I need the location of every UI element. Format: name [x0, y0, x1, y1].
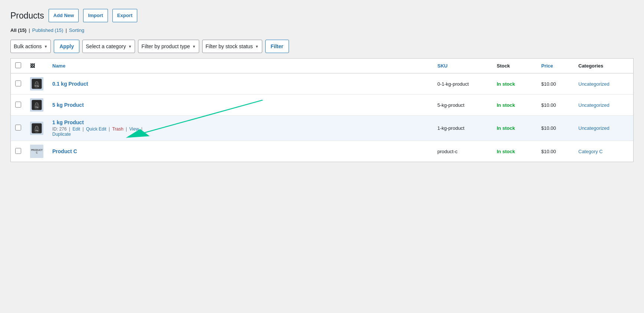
- in-stock-badge: In stock: [497, 125, 515, 131]
- product-stock: In stock: [492, 95, 537, 116]
- product-category: Uncategorized: [574, 73, 633, 95]
- table-row: 1 kg 1 kg Product ID: 276 | Edit | Quick…: [11, 116, 633, 141]
- products-table: 🖼 Name SKU Stock Price Categories: [11, 59, 633, 162]
- table-row: 0.1 kg 0.1 kg Product0-1-kg-productIn st…: [11, 73, 633, 95]
- row-checkbox[interactable]: [15, 80, 21, 86]
- product-category: Uncategorized: [574, 95, 633, 116]
- product-stock: In stock: [492, 116, 537, 141]
- select-all-checkbox[interactable]: [15, 62, 21, 68]
- all-filter-label[interactable]: All (15): [10, 27, 26, 33]
- chevron-down-icon: ▼: [44, 45, 47, 49]
- product-thumbnail: PRODUCT C: [30, 145, 43, 158]
- chevron-down-icon: ▼: [192, 45, 196, 49]
- product-price: $10.00: [537, 73, 574, 95]
- product-stock: In stock: [492, 141, 537, 162]
- row-actions: ID: 276 | Edit | Quick Edit | Trash | Vi…: [52, 126, 428, 137]
- col-header-price[interactable]: Price: [537, 59, 574, 73]
- product-thumbnail: 5 kg: [30, 98, 43, 112]
- published-filter-link[interactable]: Published (15): [32, 27, 63, 33]
- view-link[interactable]: View: [129, 126, 139, 132]
- product-category: Category C: [574, 141, 633, 162]
- add-new-button[interactable]: Add New: [49, 9, 79, 22]
- chevron-down-icon: ▼: [128, 45, 132, 49]
- filter-button[interactable]: Filter: [265, 40, 289, 53]
- row-checkbox[interactable]: [15, 102, 21, 108]
- toolbar: Bulk actions ▼ Apply Select a category ▼…: [10, 37, 634, 56]
- in-stock-badge: In stock: [497, 81, 515, 87]
- stock-status-select[interactable]: Filter by stock status ▼: [202, 40, 262, 53]
- product-thumbnail: 1 kg: [30, 122, 43, 135]
- export-button[interactable]: Export: [112, 9, 137, 22]
- product-price: $10.00: [537, 95, 574, 116]
- col-header-sku[interactable]: SKU: [433, 59, 492, 73]
- category-link[interactable]: Category C: [578, 149, 603, 154]
- col-header-categories: Categories: [574, 59, 633, 73]
- svg-text:0.1 kg: 0.1 kg: [35, 85, 39, 87]
- apply-button[interactable]: Apply: [54, 40, 79, 53]
- product-price: $10.00: [537, 116, 574, 141]
- row-checkbox[interactable]: [15, 125, 21, 131]
- row-checkbox[interactable]: [15, 148, 21, 154]
- sorting-filter-link[interactable]: Sorting: [69, 27, 84, 33]
- table-row: 5 kg 5 kg Product5-kg-productIn stock$10…: [11, 95, 633, 116]
- category-link[interactable]: Uncategorized: [578, 125, 610, 131]
- product-name-link[interactable]: Product C: [52, 148, 77, 154]
- product-type-select[interactable]: Filter by product type ▼: [138, 40, 199, 53]
- edit-link[interactable]: Edit: [73, 126, 80, 132]
- page-title: Products: [10, 11, 44, 21]
- svg-text:1 kg: 1 kg: [35, 129, 38, 131]
- category-link[interactable]: Uncategorized: [578, 102, 610, 108]
- category-link[interactable]: Uncategorized: [578, 81, 610, 87]
- product-sku: product-c: [433, 141, 492, 162]
- product-id-label: ID: 276: [52, 126, 67, 132]
- product-sku: 5-kg-product: [433, 95, 492, 116]
- product-price: $10.00: [537, 141, 574, 162]
- in-stock-badge: In stock: [497, 149, 515, 154]
- col-header-name[interactable]: Name: [48, 59, 433, 73]
- product-sku: 0-1-kg-product: [433, 73, 492, 95]
- product-name-link[interactable]: 5 kg Product: [52, 102, 84, 108]
- table-row: PRODUCT CProduct Cproduct-cIn stock$10.0…: [11, 141, 633, 162]
- import-button[interactable]: Import: [83, 9, 108, 22]
- chevron-down-icon: ▼: [255, 45, 259, 49]
- product-sku: 1-kg-product: [433, 116, 492, 141]
- product-name-link[interactable]: 0.1 kg Product: [52, 81, 88, 87]
- duplicate-link[interactable]: Duplicate: [52, 132, 71, 137]
- trash-link[interactable]: Trash: [112, 126, 123, 132]
- col-header-stock: Stock: [492, 59, 537, 73]
- product-thumbnail: 0.1 kg: [30, 77, 43, 90]
- product-name-link[interactable]: 1 kg Product: [52, 119, 84, 125]
- product-category: Uncategorized: [574, 116, 633, 141]
- category-select[interactable]: Select a category ▼: [82, 40, 135, 53]
- bulk-actions-select[interactable]: Bulk actions ▼: [10, 40, 51, 53]
- quick-edit-link[interactable]: Quick Edit: [86, 126, 106, 132]
- subheader-nav: All (15) | Published (15) | Sorting: [10, 27, 634, 33]
- image-column-icon: 🖼: [30, 63, 35, 69]
- in-stock-badge: In stock: [497, 102, 515, 108]
- product-stock: In stock: [492, 73, 537, 95]
- svg-text:5 kg: 5 kg: [35, 106, 38, 108]
